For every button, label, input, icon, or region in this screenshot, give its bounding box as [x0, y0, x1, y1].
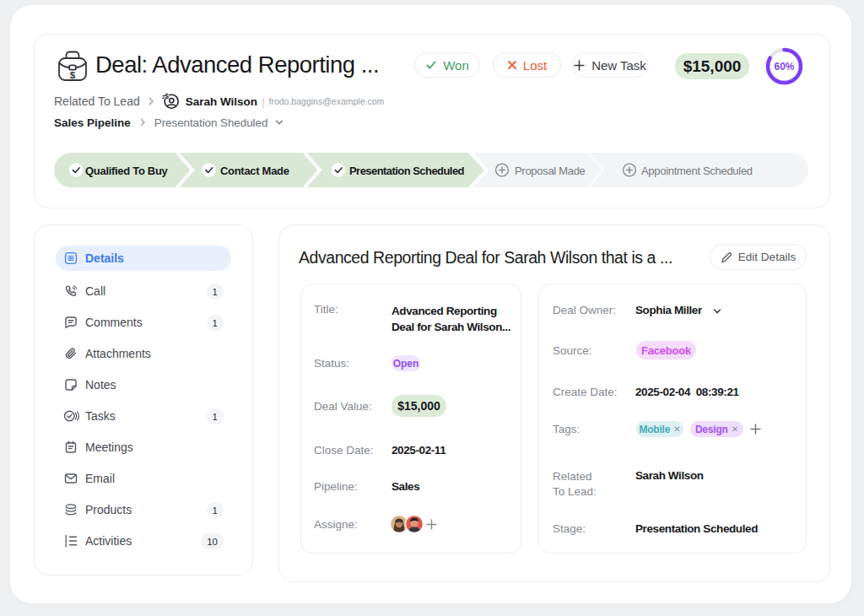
svg-text:Proposal Made: Proposal Made [515, 165, 586, 177]
svg-text:Qualified To Buy: Qualified To Buy [85, 165, 169, 177]
svg-text:Presentation Scheduled: Presentation Scheduled [349, 165, 465, 177]
svg-text:60%: 60% [774, 61, 794, 73]
svg-text:$: $ [70, 70, 76, 80]
svg-text:Contact Made: Contact Made [220, 165, 289, 177]
svg-text:$: $ [165, 92, 169, 100]
svg-text:Appointment Scheduled: Appointment Scheduled [641, 165, 753, 177]
